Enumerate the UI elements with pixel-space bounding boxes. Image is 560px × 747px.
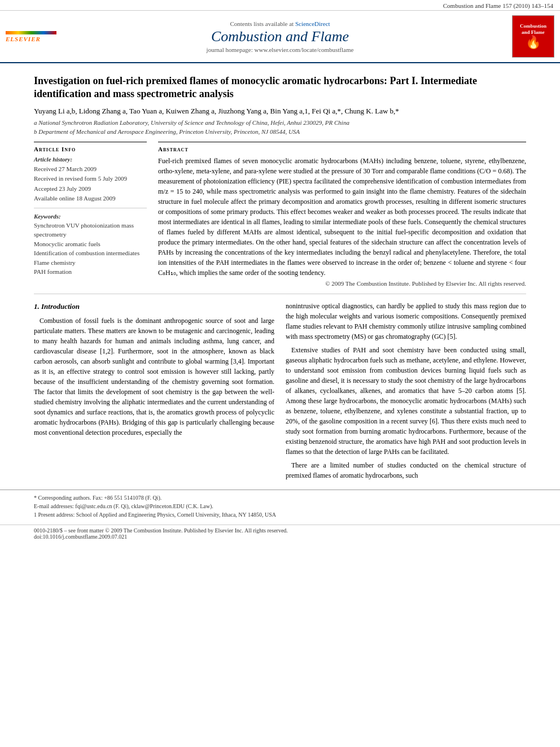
abstract-heading: Abstract bbox=[158, 146, 526, 152]
keyword-2: Monocyclic aromatic fuels bbox=[34, 239, 147, 249]
received-date: Received 27 March 2009 bbox=[34, 165, 147, 173]
article-info-column: Article Info Article history: Received 2… bbox=[34, 142, 147, 287]
elsevier-logo: ELSEVIER bbox=[6, 31, 56, 42]
body-right-col: nonintrusive optical diagnostics, can ha… bbox=[286, 301, 526, 484]
keyword-4: Flame chemistry bbox=[34, 258, 147, 268]
article-title: Investigation on fuel-rich premixed flam… bbox=[34, 75, 526, 101]
affiliations: a National Synchrotron Radiation Laborat… bbox=[34, 119, 526, 136]
accepted-date: Accepted 23 July 2009 bbox=[34, 185, 147, 193]
article-main: Investigation on fuel-rich premixed flam… bbox=[0, 63, 560, 490]
top-bar: Combustion and Flame 157 (2010) 143–154 bbox=[0, 0, 560, 11]
journal-logo-box: Combustion and Flame 🔥 bbox=[504, 15, 554, 58]
article-info-abstract: Article Info Article history: Received 2… bbox=[34, 142, 526, 287]
journal-center: Contents lists available at ScienceDirec… bbox=[56, 20, 504, 53]
copyright-line: © 2009 The Combustion Institute. Publish… bbox=[158, 280, 526, 287]
abstract-text: Fuel-rich premixed flames of seven monoc… bbox=[158, 156, 526, 278]
flame-icon: 🔥 bbox=[526, 35, 541, 50]
footnote-email: E-mail addresses: fqi@ustc.edu.cn (F. Qi… bbox=[34, 502, 526, 510]
intro-para-4: There are a limited number of studies co… bbox=[286, 460, 526, 480]
journal-citation: Combustion and Flame 157 (2010) 143–154 bbox=[443, 2, 553, 9]
article-history-label: Article history: bbox=[34, 156, 147, 163]
elsevier-label: ELSEVIER bbox=[6, 36, 56, 42]
bottom-bar: 0010-2180/$ – see front matter © 2009 Th… bbox=[0, 525, 560, 542]
abstract-column: Abstract Fuel-rich premixed flames of se… bbox=[158, 142, 526, 287]
keywords-label: Keywords: bbox=[34, 213, 147, 220]
affiliation-a: a National Synchrotron Radiation Laborat… bbox=[34, 119, 526, 127]
revised-date: Received in revised form 5 July 2009 bbox=[34, 174, 147, 183]
intro-para-3: Extensive studies of PAH and soot chemis… bbox=[286, 345, 526, 457]
footnote-star: * Corresponding authors. Fax: +86 551 51… bbox=[34, 493, 526, 502]
intro-para-1: Combustion of fossil fuels is the domina… bbox=[34, 316, 274, 438]
available-date: Available online 18 August 2009 bbox=[34, 194, 147, 203]
affiliation-b: b Department of Mechanical and Aerospace… bbox=[34, 128, 526, 136]
journal-homepage: journal homepage: www.elsevier.com/locat… bbox=[56, 46, 504, 53]
journal-header: ELSEVIER Contents lists available at Sci… bbox=[0, 11, 560, 63]
intro-para-2: nonintrusive optical diagnostics, can ha… bbox=[286, 301, 526, 342]
logo-text: Combustion and Flame bbox=[520, 23, 546, 36]
doi-line: doi:10.1016/j.combustflame.2009.07.021 bbox=[34, 534, 526, 540]
footnote-one: 1 Present address: School of Applied and… bbox=[34, 510, 526, 519]
keyword-5: PAH formation bbox=[34, 267, 147, 277]
issn-line: 0010-2180/$ – see front matter © 2009 Th… bbox=[34, 527, 526, 534]
contents-line: Contents lists available at ScienceDirec… bbox=[56, 20, 504, 27]
journal-title: Combustion and Flame bbox=[56, 28, 504, 45]
elsevier-color-bar bbox=[6, 31, 56, 34]
body-columns: 1. Introduction Combustion of fossil fue… bbox=[34, 301, 526, 484]
keyword-3: Identification of combustion intermediat… bbox=[34, 248, 147, 258]
sciencedirect-link[interactable]: ScienceDirect bbox=[295, 20, 330, 27]
article-info-heading: Article Info bbox=[34, 146, 147, 152]
body-divider bbox=[34, 294, 526, 294]
body-left-col: 1. Introduction Combustion of fossil fue… bbox=[34, 301, 274, 484]
footnote-area: * Corresponding authors. Fax: +86 551 51… bbox=[0, 490, 560, 521]
intro-section-title: 1. Introduction bbox=[34, 301, 274, 312]
journal-logo-image: Combustion and Flame 🔥 bbox=[512, 15, 554, 58]
article-authors: Yuyang Li a,b, Lidong Zhang a, Tao Yuan … bbox=[34, 106, 526, 117]
keywords-list: Synchrotron VUV photoionization mass spe… bbox=[34, 221, 147, 277]
keyword-1: Synchrotron VUV photoionization mass spe… bbox=[34, 221, 147, 239]
info-divider bbox=[34, 208, 147, 208]
